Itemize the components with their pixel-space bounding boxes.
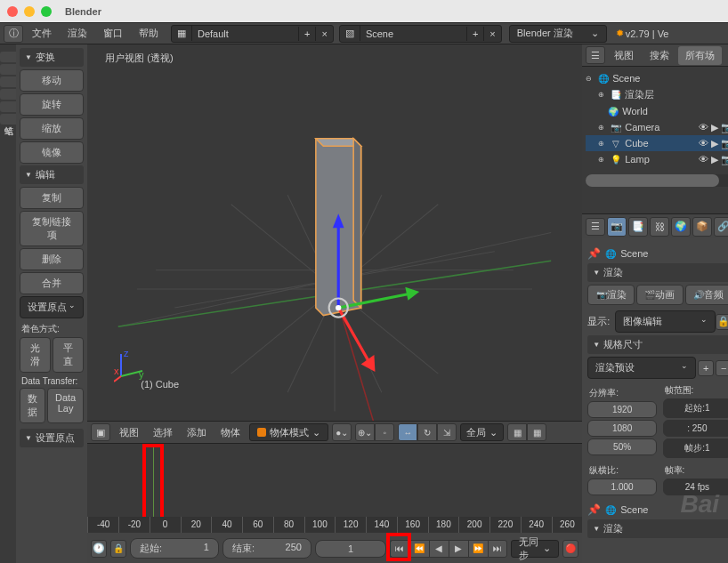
tab-constraints[interactable]: 🔗 [714, 217, 728, 237]
tree-camera[interactable]: ⊕📷Camera👁▶📷 [586, 119, 728, 135]
render-panel-header2[interactable]: 渲染 [587, 519, 728, 538]
scale-button[interactable]: 缩放 [20, 117, 84, 140]
layout-name[interactable]: Default [192, 27, 299, 41]
panel-edit-header[interactable]: 编辑 [20, 165, 84, 184]
tree-lamp[interactable]: ⊕💡Lamp👁▶📷 [586, 151, 728, 167]
timeline-editor-icon[interactable]: 🕐 [91, 540, 107, 558]
res-x-field[interactable]: 1920 [587, 401, 657, 418]
autokey-button[interactable]: 🔴 [562, 540, 578, 558]
operator-history-header[interactable]: 设置原点 [20, 429, 84, 447]
tab-object[interactable]: 📦 [692, 217, 712, 237]
scene-remove-icon[interactable]: × [484, 27, 500, 41]
tab-grease-pencil[interactable]: 蜡笔 [0, 114, 16, 125]
menu-select[interactable]: 选择 [148, 423, 178, 442]
outliner-editor-icon[interactable]: ☰ [586, 46, 605, 64]
close-window-button[interactable] [7, 6, 18, 17]
timeline-canvas[interactable]: -40 -20 0 20 40 60 80 100 120 140 160 18… [87, 444, 582, 533]
tab-render[interactable]: 📷 [607, 217, 627, 237]
rotate-button[interactable]: 旋转 [20, 93, 84, 116]
eye-icon[interactable]: 👁 [699, 154, 708, 165]
frame-end-field2[interactable]: : 250 [663, 420, 729, 437]
maximize-window-button[interactable] [41, 6, 52, 17]
menu-file[interactable]: 文件 [25, 24, 59, 43]
tree-render-layers[interactable]: ⊕📑渲染层 [586, 86, 728, 103]
sync-selector[interactable]: 无同步⌄ [511, 540, 559, 558]
outliner-search-menu[interactable]: 搜索 [643, 46, 676, 65]
tab-world[interactable]: 🌍 [671, 217, 691, 237]
set-origin-selector[interactable]: 设置原点 [20, 296, 84, 318]
delete-button[interactable]: 删除 [20, 248, 84, 270]
render-icon[interactable]: 📷 [721, 122, 728, 133]
tab-physics[interactable]: 物理 [0, 101, 16, 112]
res-y-field[interactable]: 1080 [587, 420, 657, 437]
panel-transform-header[interactable]: 变换 [20, 48, 84, 67]
shading-selector[interactable]: ●⌄ [332, 423, 352, 441]
properties-editor-icon[interactable]: ☰ [586, 218, 605, 236]
aspect-x-field[interactable]: 1.000 [587, 479, 657, 495]
preset-remove-button[interactable]: − [716, 360, 728, 376]
orientation-selector[interactable]: 全局⌄ [460, 423, 504, 441]
render-icon[interactable]: 📷 [721, 154, 728, 165]
eye-icon[interactable]: 👁 [699, 122, 708, 133]
scene-name[interactable]: Scene [360, 27, 467, 41]
layers-buttons[interactable]: ▦▦ [507, 423, 546, 441]
manipulator-toggle[interactable]: ↔↻⇲ [398, 423, 457, 441]
render-icon[interactable]: 📷 [721, 138, 728, 149]
lock-display-icon[interactable]: 🔒 [716, 314, 728, 330]
menu-add[interactable]: 添加 [182, 423, 212, 442]
tab-animation[interactable]: 动画 [0, 89, 16, 100]
render-button[interactable]: 📷渲染 [587, 285, 635, 305]
cursor-icon[interactable]: ▶ [711, 122, 718, 133]
tree-scene[interactable]: ⊖🌐Scene [586, 70, 728, 86]
dimensions-panel-header[interactable]: 规格尺寸 [587, 335, 728, 354]
viewport-3d[interactable]: 用户视图 (透视) [87, 44, 582, 421]
scene-icon[interactable]: ▧ [340, 26, 360, 41]
render-preset-selector[interactable]: 渲染预设 [587, 357, 696, 379]
cursor-icon[interactable]: ▶ [711, 138, 718, 149]
outliner-view-menu[interactable]: 视图 [607, 46, 641, 65]
next-keyframe-button[interactable]: ⏩ [468, 540, 488, 558]
res-pct-field[interactable]: 50% [587, 438, 657, 455]
jump-end-button[interactable]: ⏭ [488, 540, 507, 558]
editor-type-icon[interactable]: ⓘ [4, 25, 23, 43]
render-panel-header[interactable]: 渲染 [587, 263, 728, 282]
menu-view[interactable]: 视图 [114, 423, 144, 442]
join-button[interactable]: 合并 [20, 272, 84, 294]
frame-start-field[interactable]: 起始:1 [130, 538, 219, 559]
eye-icon[interactable]: 👁 [699, 138, 708, 149]
play-reverse-button[interactable]: ◀ [429, 540, 449, 558]
duplicate-linked-button[interactable]: 复制链接项 [20, 211, 84, 246]
tab-scene[interactable]: ⛓ [650, 217, 669, 237]
scene-selector[interactable]: ▧ Scene + × [339, 25, 502, 43]
display-selector[interactable]: 图像编辑 [615, 310, 716, 333]
render-engine-selector[interactable]: Blender 渲染⌄ [509, 25, 607, 43]
tab-create[interactable]: 创建 [0, 64, 16, 75]
outliner-tree[interactable]: ⊖🌐Scene ⊕📑渲染层 🌍World ⊕📷Camera👁▶📷 ⊕▽Cube👁… [582, 67, 728, 213]
outliner-filter[interactable]: 所有场 [678, 46, 722, 65]
frame-end-field[interactable]: 结束:250 [222, 538, 311, 559]
pin-icon[interactable]: 📌 [587, 247, 601, 260]
frame-current-field[interactable]: 1 [315, 540, 386, 558]
outliner-scrollbar[interactable] [586, 174, 728, 187]
shading-smooth-button[interactable]: 光滑 [20, 337, 51, 373]
mirror-button[interactable]: 镜像 [20, 141, 84, 164]
frame-start-field2[interactable]: 起始:1 [663, 398, 729, 418]
data-layers-button[interactable]: Data Lay [47, 388, 84, 423]
pin-icon[interactable]: 📌 [587, 503, 601, 516]
view3d-editor-icon[interactable]: ▣ [91, 423, 110, 441]
tree-cube[interactable]: ⊕▽Cube👁▶📷 [586, 135, 728, 151]
menu-window[interactable]: 窗口 [96, 24, 130, 43]
shading-flat-button[interactable]: 平直 [53, 337, 84, 373]
animation-button[interactable]: 🎬动画 [636, 285, 684, 305]
audio-button[interactable]: 🔊音频 [685, 285, 728, 305]
preset-add-button[interactable]: + [698, 360, 714, 376]
prev-keyframe-button[interactable]: ⏪ [409, 540, 429, 558]
play-button[interactable]: ▶ [449, 540, 468, 558]
cursor-icon[interactable]: ▶ [711, 154, 718, 165]
pivot-selector[interactable]: ⊕⌄◦ [355, 423, 394, 441]
frame-step-field[interactable]: 帧步:1 [663, 438, 729, 458]
menu-object[interactable]: 物体 [215, 423, 246, 442]
tab-tools[interactable]: 工具 [0, 52, 16, 62]
layout-remove-icon[interactable]: × [316, 27, 332, 41]
mode-selector[interactable]: 物体模式⌄ [249, 423, 328, 441]
